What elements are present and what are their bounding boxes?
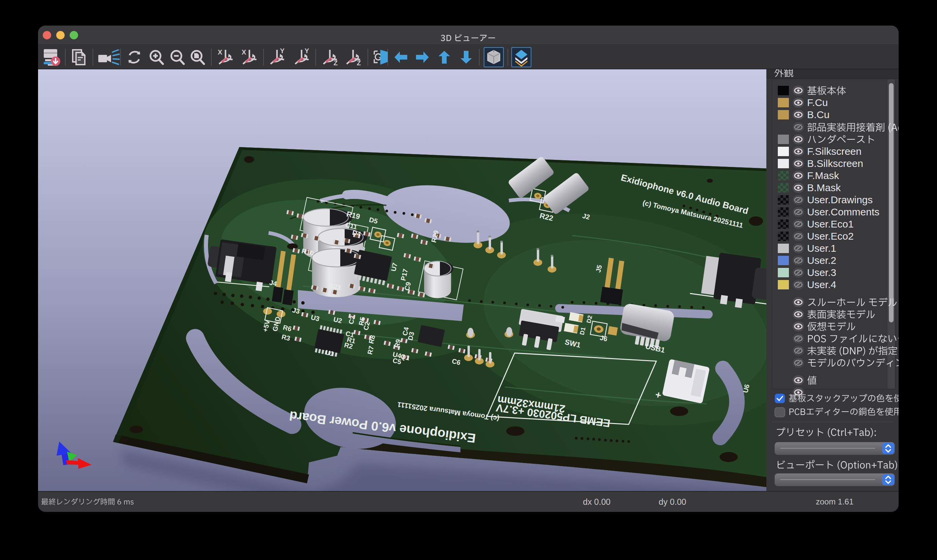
svg-text:X: X <box>242 48 246 56</box>
svg-text:X: X <box>218 48 223 56</box>
svg-text:Z: Z <box>334 59 338 66</box>
svg-text:Z: Z <box>357 59 361 66</box>
svg-text:Y: Y <box>280 48 285 54</box>
svg-text:Y: Y <box>305 48 309 54</box>
